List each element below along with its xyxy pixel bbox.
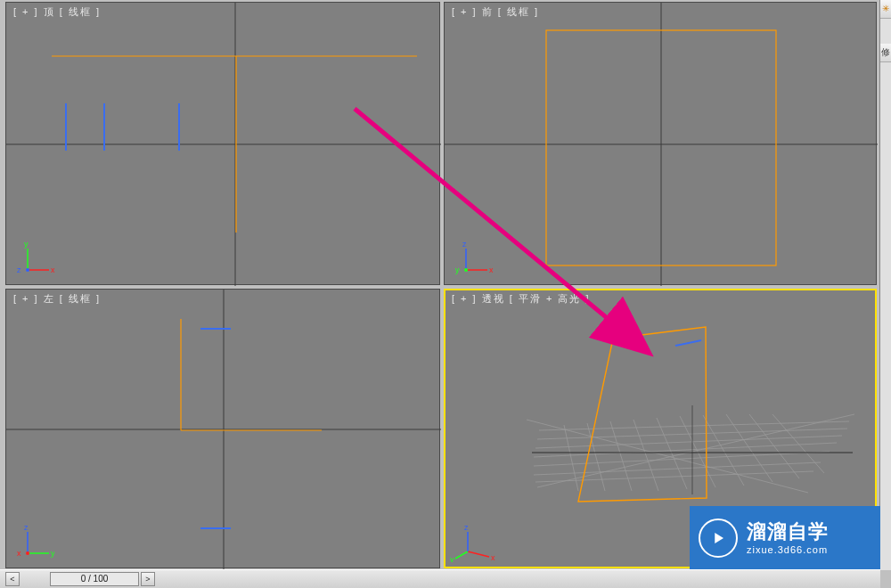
svg-text:y: y (24, 240, 29, 249)
svg-text:z: z (24, 523, 29, 532)
axis-gizmo: x y z (12, 240, 54, 279)
svg-text:x: x (51, 265, 54, 274)
watermark-title: 溜溜自学 (747, 520, 829, 543)
watermark-url: zixue.3d66.com (747, 544, 829, 556)
svg-text:z: z (17, 265, 21, 274)
viewport-top-canvas (6, 3, 441, 286)
axis-gizmo: y z x (12, 523, 54, 562)
svg-line-39 (634, 420, 658, 491)
svg-text:x: x (489, 265, 493, 274)
svg-text:x: x (17, 549, 21, 558)
svg-line-37 (587, 423, 605, 491)
sidebar-icon[interactable]: ✳ (880, 0, 891, 19)
play-icon (699, 519, 738, 558)
svg-line-57 (468, 551, 489, 557)
timeline-next-button[interactable]: > (141, 572, 155, 586)
svg-point-18 (464, 268, 468, 272)
watermark: 溜溜自学 zixue.3d66.com (690, 506, 880, 570)
svg-line-38 (610, 421, 632, 491)
svg-line-58 (455, 551, 468, 559)
axis-gizmo: x z y (450, 240, 493, 279)
timeline-prev-button[interactable]: < (5, 572, 20, 586)
viewport-top[interactable]: [ + ] 顶 [ 线框 ] x y z (5, 2, 440, 285)
viewport-left[interactable]: [ + ] 左 [ 线框 ] y z x (5, 289, 440, 568)
viewport-front[interactable]: [ + ] 前 [ 线框 ] x z y (444, 2, 877, 285)
svg-marker-65 (715, 533, 723, 543)
timeline-bar: < 0 / 100 > (0, 569, 880, 588)
svg-text:z: z (462, 240, 467, 249)
time-display[interactable]: 0 / 100 (50, 572, 139, 586)
svg-text:y: y (51, 549, 54, 558)
svg-line-35 (527, 420, 808, 493)
svg-line-56 (675, 340, 701, 346)
svg-line-34 (537, 414, 854, 487)
axis-gizmo: x y z (450, 523, 500, 562)
viewport-front-canvas (445, 3, 878, 286)
svg-text:z: z (464, 523, 469, 532)
svg-text:y: y (450, 555, 454, 562)
svg-text:y: y (455, 265, 460, 274)
svg-marker-55 (578, 327, 707, 502)
sidebar-modify-tab[interactable]: 修 (880, 44, 891, 62)
viewport-left-canvas (6, 290, 441, 569)
svg-line-49 (534, 443, 837, 457)
right-sidebar: ✳ 修 (879, 0, 891, 570)
svg-point-30 (26, 551, 29, 555)
svg-point-9 (26, 268, 29, 272)
svg-text:x: x (491, 553, 495, 562)
svg-line-40 (657, 418, 687, 489)
